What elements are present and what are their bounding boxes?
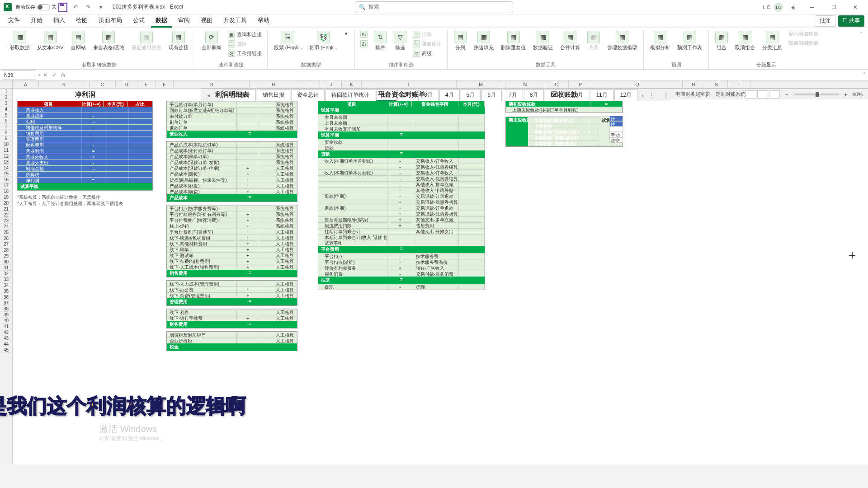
table-row[interactable]: -交易收入-优惠券结算 (318, 164, 485, 169)
col-header[interactable]: I (298, 80, 320, 88)
row-header[interactable]: 35 (0, 288, 12, 294)
table-row[interactable]: 营业利润= (18, 148, 152, 154)
col-header[interactable]: P (569, 80, 592, 88)
ribbon-btn[interactable]: ▦管理数据模型 (604, 30, 640, 52)
table-row[interactable]: 利润总额= (18, 165, 152, 171)
ribbon-btn[interactable]: ▦模拟分析 (647, 30, 673, 52)
menu-tab-开发工具[interactable]: 开发工具 (219, 14, 251, 28)
ribbon-btn[interactable]: ▦预测工作表 (675, 30, 705, 52)
sheet-tabs-menu[interactable]: ⋮ (647, 91, 656, 99)
diamond-icon[interactable]: ◈ (788, 2, 798, 13)
horizontal-scrollbar[interactable] (665, 92, 666, 99)
menu-tab-帮助[interactable]: 帮助 (253, 14, 274, 28)
row-header[interactable]: 40 (0, 318, 12, 324)
table-row[interactable]: 线下-办公费+人工核算 (167, 286, 297, 292)
row-header[interactable]: 20 (0, 200, 12, 206)
table-row[interactable]: 企业所得税人工核算 (167, 338, 297, 343)
ribbon-btn[interactable]: ▦合并计算 (557, 30, 583, 52)
table-row[interactable]: -其他收入-申请补贴 (318, 187, 485, 193)
table-row[interactable]: 退款订单系统核算 (167, 125, 297, 131)
table-row[interactable]: +交易退款-优惠券折算 (318, 211, 485, 216)
row-header[interactable]: 29 (0, 253, 12, 259)
table-row[interactable]: 退款(本期)+交易退款-订单退款 (318, 205, 485, 211)
table-row[interactable]: 退款(往期)-交易退款-订单退款 (318, 193, 485, 199)
minimize-button[interactable]: ─ (803, 0, 821, 14)
col-header[interactable]: B (39, 80, 90, 88)
row-header[interactable]: 37 (0, 300, 12, 306)
table-row[interactable]: 管理费用- (18, 136, 152, 142)
sort-desc-button[interactable]: Z↓ (359, 39, 369, 48)
qat-dropdown[interactable]: ▾ (95, 2, 106, 13)
table-row[interactable]: 货款 (318, 145, 485, 150)
select-all-corner[interactable] (0, 80, 13, 88)
row-header[interactable]: 19 (0, 194, 12, 200)
refresh-all-button[interactable]: ⟳全部刷新 (199, 30, 224, 52)
table-row[interactable]: 营业外收入+ (18, 154, 152, 160)
name-box[interactable]: N39 (2, 70, 36, 80)
row-header[interactable]: 26 (0, 235, 12, 241)
redo-button[interactable]: ↷ (83, 2, 94, 13)
menu-tab-公式[interactable]: 公式 (128, 14, 149, 28)
ribbon-btn[interactable]: ▦来自表格/区域 (90, 30, 127, 52)
row-header[interactable]: 30 (0, 259, 12, 265)
row-header[interactable]: 45 (0, 347, 12, 353)
menu-tab-开始[interactable]: 开始 (26, 14, 47, 28)
table-row[interactable]: 线下-其他材料费用+人工核算 (167, 240, 297, 246)
col-header[interactable]: R (683, 80, 705, 88)
ribbon-btn[interactable]: ▦快速填充 (471, 30, 496, 52)
row-header[interactable]: 39 (0, 312, 12, 318)
row-header[interactable]: 36 (0, 294, 12, 300)
col-header[interactable]: C (90, 80, 116, 88)
row-header[interactable]: 7 (0, 124, 12, 130)
row-header[interactable]: 38 (0, 306, 12, 312)
ribbon-btn[interactable]: ▦分类汇总 (760, 30, 785, 52)
fx-button[interactable]: fx (59, 70, 68, 80)
row-header[interactable]: 22 (0, 212, 12, 218)
sort-button[interactable]: ⇅排序 (371, 30, 389, 52)
sheet-area[interactable]: 1234567891011121314151617181920212223242… (0, 89, 868, 465)
table-row[interactable]: 平台扣点-技术服务费 (318, 253, 485, 259)
table-row[interactable]: 线下-杂费(管理费用)+人工核算 (167, 292, 297, 298)
table-row[interactable]: 本期货款(其他收入和支出)+ (528, 129, 599, 135)
table-row[interactable]: 产品成本(未付款订单)-系统核算 (167, 147, 297, 153)
table-row[interactable]: 线下-人工成本(销售费用)+人工核算 (167, 264, 297, 270)
table-row[interactable]: 增值税及附加税等人工核算 (167, 332, 297, 338)
row-header[interactable]: 8 (0, 130, 12, 136)
row-header[interactable]: 3 (0, 100, 12, 106)
row-header[interactable]: 33 (0, 277, 12, 282)
ribbon-btn[interactable]: ▦数据验证 (530, 30, 556, 52)
table-row[interactable]: 增值税及附加税等- (18, 124, 152, 130)
table-row[interactable]: 收入(本期订单本月到账)-交易收入-订单收入 (318, 169, 485, 175)
table-row[interactable]: 本期收款_到账(刷单)- (528, 141, 599, 146)
sort-asc-button[interactable]: A↓ (359, 30, 369, 39)
col-header[interactable]: K (342, 80, 362, 88)
table-row[interactable]: 平台付款服务(评价有利分等)+系统核算 (167, 211, 297, 217)
table-row[interactable]: 产品成本(刷单订单)-系统核算 (167, 153, 297, 159)
table-row[interactable]: 毛利= (18, 118, 152, 124)
ribbon-btn[interactable]: ▦获取数据 (7, 30, 33, 52)
search-input[interactable]: 🔍 搜索 (355, 1, 513, 13)
menu-tab-文件[interactable]: 文件 (4, 14, 24, 28)
datatypes-more[interactable]: ▾ (342, 30, 351, 38)
table-row[interactable]: 上期末应收款(往期订单本月到账) (506, 107, 623, 113)
filter-button[interactable]: ▽筛选 (391, 30, 409, 52)
table-row[interactable]: 线上-促销+系统核算 (167, 223, 297, 229)
row-header[interactable]: 13 (0, 159, 12, 165)
col-header[interactable]: Q (592, 80, 683, 88)
table-row[interactable]: 售后补发期限等(客诉)+其他支出-多单立减 (318, 216, 485, 222)
col-header[interactable]: F (156, 80, 174, 88)
col-header[interactable]: G (174, 80, 250, 88)
table-row[interactable]: 营业成本- (18, 113, 152, 118)
ribbon-btn[interactable]: ▦现有连接 (166, 30, 191, 52)
table-row[interactable]: 营业外支出- (18, 160, 152, 165)
table-row[interactable]: 线下-利息人工核算 (167, 309, 297, 315)
col-header[interactable]: D (116, 80, 137, 88)
table-row[interactable]: 平台总订单(单月订单)系统核算 (167, 101, 297, 107)
currency-button[interactable]: 💱货币 (Engli... (307, 30, 340, 52)
table-row[interactable]: 往期订单到账合计其他支出-分摊支出 (318, 228, 485, 234)
cancel-formula-button[interactable]: ✕ (41, 70, 50, 80)
row-header[interactable]: 34 (0, 282, 12, 288)
table-row[interactable]: 产品成本(调拨)+人工核算 (167, 171, 297, 177)
menu-tab-插入[interactable]: 插入 (49, 14, 70, 28)
ribbon-btn[interactable]: ▦分列 (451, 30, 469, 52)
